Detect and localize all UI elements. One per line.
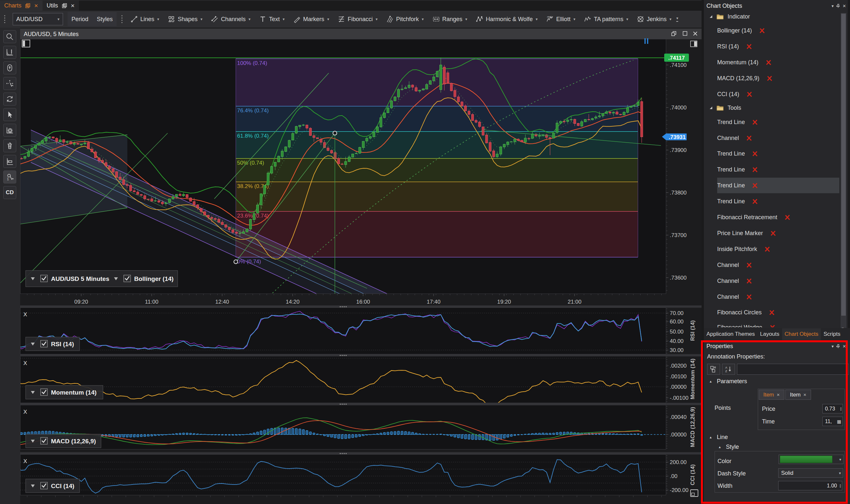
svg-text:50.00: 50.00: [670, 329, 684, 335]
svg-text:RSI (14): RSI (14): [690, 320, 696, 341]
svg-text:X: X: [23, 311, 27, 318]
svg-text:X: X: [23, 360, 27, 366]
svg-text:30.00: 30.00: [670, 347, 684, 353]
svg-text:70.00: 70.00: [670, 310, 684, 316]
svg-text:16:00: 16:00: [356, 299, 370, 305]
svg-text:12:40: 12:40: [215, 299, 229, 305]
svg-text:ABCD: ABCD: [547, 16, 553, 18]
svg-text:CCI (14): CCI (14): [51, 483, 74, 489]
svg-text:61.8% (0.74): 61.8% (0.74): [237, 133, 269, 139]
svg-text:CCI (14): CCI (14): [690, 464, 696, 485]
svg-text:.74100: .74100: [670, 62, 687, 68]
svg-text:200.00: 200.00: [670, 459, 687, 465]
svg-text:.00000: .00000: [670, 384, 687, 390]
svg-text:14:20: 14:20: [286, 299, 300, 305]
svg-text:19:20: 19:20: [497, 299, 511, 305]
svg-text:.00100: .00100: [670, 374, 687, 380]
svg-text:AUD/USD, 5 Minutes: AUD/USD, 5 Minutes: [24, 31, 78, 37]
svg-text:Bollinger (14): Bollinger (14): [134, 275, 174, 282]
svg-text:21:00: 21:00: [568, 299, 582, 305]
svg-text:.74000: .74000: [670, 105, 687, 111]
svg-text:Momentum (14): Momentum (14): [690, 359, 696, 399]
svg-text:-200.00: -200.00: [670, 487, 689, 493]
svg-text:.73900: .73900: [670, 147, 687, 153]
svg-text:.00200: .00200: [670, 363, 687, 369]
svg-text:.73800: .73800: [670, 190, 687, 196]
svg-text:50% (0.74): 50% (0.74): [237, 160, 264, 166]
svg-text:X: X: [23, 409, 27, 415]
svg-text:MACD (12,26,9): MACD (12,26,9): [51, 438, 96, 445]
svg-text:1: 1: [7, 177, 9, 181]
svg-text:40.00: 40.00: [670, 338, 684, 344]
svg-text:.74117: .74117: [668, 55, 685, 61]
svg-text:-.00100: -.00100: [670, 395, 689, 401]
svg-text:.73700: .73700: [670, 232, 687, 238]
svg-text:.00040: .00040: [670, 414, 687, 420]
svg-text:17:40: 17:40: [427, 299, 441, 305]
svg-text:RSI (14): RSI (14): [51, 341, 74, 347]
svg-text:AUD/USD 5 Minutes: AUD/USD 5 Minutes: [51, 275, 109, 282]
svg-text:MACD (12,26,9): MACD (12,26,9): [690, 407, 696, 447]
svg-text:11:00: 11:00: [145, 299, 158, 305]
svg-text:.73600: .73600: [670, 275, 687, 281]
svg-text:.00000: .00000: [670, 432, 687, 438]
svg-text:76.4% (0.74): 76.4% (0.74): [237, 107, 269, 114]
svg-text:.73931: .73931: [669, 134, 686, 140]
svg-text:100% (0.74): 100% (0.74): [237, 60, 267, 66]
svg-text:.00: .00: [670, 473, 677, 479]
svg-text:X: X: [23, 458, 27, 464]
svg-text:60.00: 60.00: [670, 319, 684, 325]
svg-text:Momentum (14): Momentum (14): [51, 389, 96, 396]
svg-text:09:20: 09:20: [74, 299, 88, 305]
